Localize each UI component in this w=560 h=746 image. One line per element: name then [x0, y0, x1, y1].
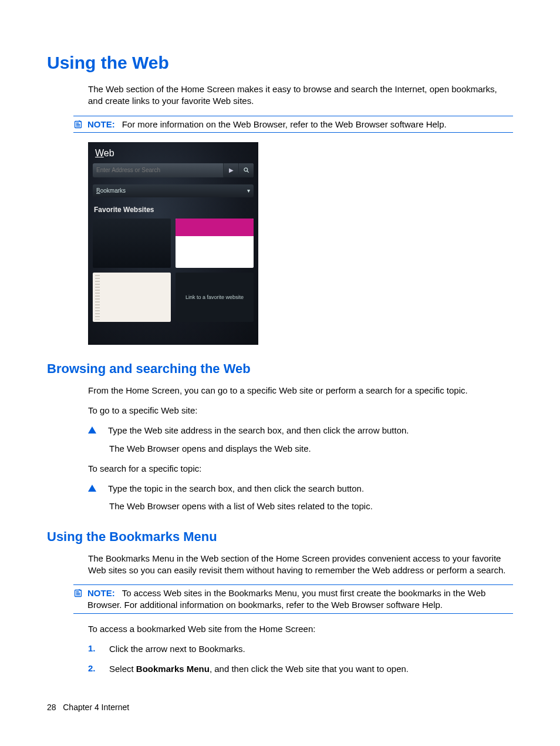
step-2: 2. Select Bookmarks Menu, and then click…	[88, 663, 513, 675]
triangle-icon	[88, 426, 96, 434]
shot-search-input[interactable]	[93, 163, 223, 177]
shot-thumb-empty[interactable]: Link to a favorite website	[176, 273, 254, 322]
bullet-2: Type the topic in the search box, and th…	[88, 483, 513, 495]
bullet-1: Type the Web site address in the search …	[88, 425, 513, 436]
shot-favorites-header: Favorite Websites	[93, 201, 254, 215]
bullet-1-sub: The Web Browser opens and displays the W…	[109, 443, 513, 455]
note-icon	[73, 120, 83, 129]
shot-title: Web	[93, 147, 254, 160]
shot-thumb-2[interactable]	[176, 219, 254, 268]
browsing-p1: From the Home Screen, you can go to a sp…	[88, 385, 513, 396]
shot-search-row: ▶	[93, 163, 254, 177]
bullet-2-sub: The Web Browser opens with a list of Web…	[109, 500, 513, 512]
bookmarks-p2: To access a bookmarked Web site from the…	[88, 623, 513, 635]
shot-thumb-1[interactable]	[93, 219, 171, 268]
bullet-1-text: Type the Web site address in the search …	[108, 425, 409, 436]
page-heading-h1: Using the Web	[47, 53, 513, 73]
search-icon	[243, 167, 249, 173]
step-number: 1.	[88, 643, 97, 653]
heading-browsing: Browsing and searching the Web	[47, 361, 513, 377]
page-number: 28	[47, 703, 56, 712]
step-number: 2.	[88, 663, 97, 673]
bullet-2-text: Type the topic in the search box, and th…	[108, 483, 364, 495]
browsing-p3: To search for a specific topic:	[88, 463, 513, 475]
step-1: 1. Click the arrow next to Bookmarks.	[88, 643, 513, 655]
page-footer: 28 Chapter 4 Internet	[47, 703, 129, 712]
note-text: For more information on the Web Browser,…	[122, 119, 447, 129]
browsing-p2: To go to a specific Web site:	[88, 405, 513, 416]
note-icon	[73, 589, 83, 598]
shot-search-button[interactable]	[238, 163, 254, 177]
step-1-text: Click the arrow next to Bookmarks.	[109, 643, 245, 655]
step-2-text: Select Bookmarks Menu, and then click th…	[109, 663, 409, 675]
note-box-1: NOTE:For more information on the Web Bro…	[73, 116, 513, 133]
intro-paragraph: The Web section of the Home Screen makes…	[88, 83, 513, 107]
note-label: NOTE:	[87, 588, 115, 598]
shot-go-button[interactable]: ▶	[223, 163, 238, 177]
shot-bookmarks-bar[interactable]: Bookmarks ▾	[93, 184, 254, 197]
note-text: To access Web sites in the Bookmarks Men…	[87, 588, 485, 610]
chapter-label: Chapter 4 Internet	[63, 703, 129, 712]
web-panel-screenshot: Web ▶ Bookmarks ▾ Favorite Websites Link…	[88, 142, 258, 345]
heading-bookmarks: Using the Bookmarks Menu	[47, 529, 513, 545]
note-box-2: NOTE:To access Web sites in the Bookmark…	[73, 584, 513, 614]
svg-point-1	[244, 168, 248, 172]
triangle-icon	[88, 485, 96, 492]
shot-thumb-3[interactable]	[93, 273, 171, 322]
chevron-down-icon: ▾	[247, 187, 250, 194]
bookmarks-p1: The Bookmarks Menu in the Web section of…	[88, 553, 513, 577]
note-label: NOTE:	[87, 119, 115, 129]
